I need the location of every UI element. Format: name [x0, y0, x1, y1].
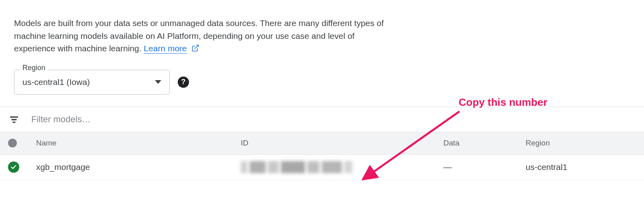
filter-icon[interactable] [9, 114, 19, 125]
description-text: Models are built from your data sets or … [0, 0, 401, 56]
help-icon[interactable]: ? [178, 77, 189, 88]
column-header-id[interactable]: ID [241, 139, 443, 147]
check-circle-icon [8, 162, 19, 173]
learn-more-link[interactable]: Learn more [144, 44, 187, 54]
status-column-indicator [8, 139, 17, 147]
table-header-row: Name ID Data Region [0, 132, 644, 155]
region-label: Region [20, 64, 48, 72]
redacted-id [241, 161, 361, 173]
row-data: — [443, 162, 526, 172]
column-header-region[interactable]: Region [526, 139, 644, 147]
chevron-down-icon [155, 80, 161, 84]
filter-bar [0, 107, 644, 132]
filter-input[interactable] [31, 114, 635, 125]
column-header-data[interactable]: Data [443, 139, 526, 147]
svg-line-0 [195, 45, 198, 49]
external-link-icon [191, 43, 199, 56]
column-header-name[interactable]: Name [28, 139, 241, 147]
row-region: us-central1 [526, 162, 644, 172]
region-value: us-central1 (Iowa) [22, 77, 155, 87]
table-row[interactable]: xgb_mortgage — us-central1 [0, 155, 644, 180]
row-id [241, 161, 443, 173]
svg-rect-3 [13, 121, 16, 123]
row-name[interactable]: xgb_mortgage [28, 162, 241, 172]
svg-rect-2 [12, 119, 17, 120]
region-select[interactable]: Region us-central1 (Iowa) [14, 70, 170, 95]
svg-rect-1 [10, 116, 18, 117]
